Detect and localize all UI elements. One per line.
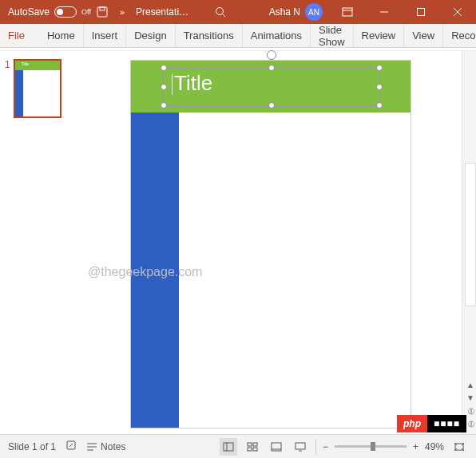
- user-account[interactable]: Asha N AN: [269, 3, 323, 21]
- close-button[interactable]: [439, 0, 476, 24]
- minimize-button[interactable]: [366, 0, 403, 24]
- resize-handle[interactable]: [376, 65, 383, 71]
- tab-transitions[interactable]: Transitions: [176, 24, 243, 47]
- accessibility-icon[interactable]: [65, 440, 77, 453]
- toggle-off-icon[interactable]: [54, 6, 77, 18]
- zoom-slider[interactable]: [335, 445, 407, 448]
- title-textbox[interactable]: Title: [163, 67, 380, 106]
- slide-thumbnail[interactable]: 1 Title: [5, 59, 78, 118]
- reading-view-icon[interactable]: [268, 438, 285, 456]
- badge-left: php: [397, 415, 427, 432]
- tab-file[interactable]: File: [0, 24, 39, 47]
- zoom-out-icon[interactable]: −: [323, 441, 328, 452]
- normal-view-icon[interactable]: [220, 438, 237, 456]
- maximize-button[interactable]: [403, 0, 439, 24]
- rotate-handle-icon[interactable]: [267, 50, 276, 60]
- zoom-in-icon[interactable]: +: [413, 441, 418, 452]
- avatar: AN: [305, 3, 323, 21]
- svg-rect-23: [296, 443, 305, 449]
- autosave-state: Off: [81, 8, 91, 16]
- text-cursor: [172, 74, 173, 95]
- svg-rect-4: [343, 8, 352, 16]
- svg-line-3: [223, 14, 226, 18]
- resize-handle[interactable]: [376, 84, 383, 90]
- slide[interactable]: Title: [131, 61, 411, 428]
- svg-rect-17: [248, 443, 252, 446]
- tab-slideshow[interactable]: Slide Show: [311, 24, 354, 47]
- svg-rect-7: [418, 9, 425, 16]
- save-icon[interactable]: [94, 4, 110, 20]
- user-name: Asha N: [269, 6, 300, 18]
- next-slide-icon[interactable]: ⦷: [468, 420, 474, 429]
- tab-recording[interactable]: Recordi: [443, 24, 476, 47]
- ribbon-tabs: File Home Insert Design Transitions Anim…: [0, 24, 476, 48]
- notes-button[interactable]: Notes: [86, 441, 125, 452]
- autosave-label: AutoSave: [8, 6, 50, 18]
- scroll-up-icon[interactable]: ▲: [466, 381, 474, 389]
- zoom-level[interactable]: 49%: [425, 441, 444, 452]
- slide-counter[interactable]: Slide 1 of 1: [8, 441, 56, 452]
- notes-label: Notes: [101, 441, 125, 452]
- svg-rect-19: [248, 448, 252, 451]
- thumb-title: Title: [22, 61, 29, 66]
- slide-thumbnails-panel: 1 Title: [0, 51, 83, 434]
- tab-insert[interactable]: Insert: [84, 24, 127, 47]
- overflow-icon[interactable]: »: [120, 7, 125, 17]
- tab-design[interactable]: Design: [126, 24, 175, 47]
- svg-rect-18: [253, 443, 257, 446]
- document-title[interactable]: Presentati…: [136, 6, 188, 18]
- svg-rect-15: [224, 443, 233, 451]
- svg-rect-1: [100, 7, 105, 10]
- svg-line-11: [69, 444, 73, 447]
- scrollbar-track[interactable]: [465, 163, 476, 306]
- search-icon[interactable]: [212, 4, 228, 20]
- tab-view[interactable]: View: [404, 24, 443, 47]
- svg-point-2: [216, 8, 224, 15]
- tab-home[interactable]: Home: [39, 24, 84, 47]
- slide-number: 1: [5, 59, 10, 118]
- vertical-scrollbar[interactable]: ▲ ▼ ⦷ ⦷: [462, 51, 476, 434]
- workspace: 1 Title Title @th: [0, 51, 476, 434]
- resize-handle[interactable]: [268, 65, 275, 71]
- scroll-down-icon[interactable]: ▼: [466, 393, 474, 402]
- prev-slide-icon[interactable]: ⦷: [468, 407, 474, 417]
- resize-handle[interactable]: [268, 102, 275, 109]
- badge-right: ■■■■: [427, 415, 466, 432]
- title-text[interactable]: Title: [174, 71, 212, 95]
- tab-review[interactable]: Review: [354, 24, 405, 47]
- slideshow-view-icon[interactable]: [292, 438, 309, 456]
- svg-rect-0: [97, 7, 107, 17]
- ribbon-display-icon[interactable]: [329, 0, 366, 24]
- resize-handle[interactable]: [161, 102, 167, 109]
- autosave-toggle[interactable]: AutoSave Off: [8, 6, 91, 18]
- resize-handle[interactable]: [161, 84, 167, 90]
- resize-handle[interactable]: [376, 102, 383, 109]
- slidesorter-view-icon[interactable]: [244, 438, 261, 456]
- slide-canvas[interactable]: Title @thegeekpage.com: [83, 51, 462, 434]
- svg-rect-20: [253, 448, 257, 451]
- php-badge: php ■■■■: [397, 415, 466, 432]
- watermark-text: @thegeekpage.com: [88, 265, 202, 279]
- fit-to-window-icon[interactable]: [450, 438, 468, 456]
- title-bar: AutoSave Off » Presentati… Asha N AN: [0, 0, 476, 24]
- tab-animations[interactable]: Animations: [243, 24, 311, 47]
- resize-handle[interactable]: [161, 65, 167, 71]
- status-bar: Slide 1 of 1 Notes − + 49%: [0, 434, 476, 458]
